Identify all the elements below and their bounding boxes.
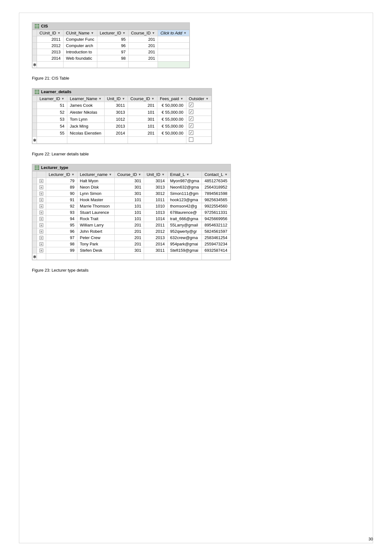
expand-button[interactable]: +: [39, 179, 43, 183]
expand-cell[interactable]: +: [37, 203, 46, 209]
table-row: + 79 Halt Myon 301 3014 Myon987@gma 4851…: [33, 178, 231, 184]
new-outsider[interactable]: [186, 137, 211, 144]
expand-cell[interactable]: +: [37, 241, 46, 247]
expand-cell[interactable]: +: [37, 222, 46, 228]
lecturer-name-cell: Neon Disk: [77, 184, 114, 190]
new-course-id[interactable]: [128, 137, 157, 144]
click-to-add-cell: [158, 36, 189, 43]
learner-col-learner-id[interactable]: Learner_ID ▼: [37, 96, 67, 102]
expand-button[interactable]: +: [39, 204, 43, 208]
lecturer-col-lecturer-name[interactable]: Lecturer_name ▼: [77, 172, 114, 178]
contact-l-cell: 6932587414: [202, 247, 230, 254]
expand-cell[interactable]: +: [37, 228, 46, 235]
cis-col-lecturer-id[interactable]: Lecturer_ID ▼: [97, 30, 128, 36]
cis-col-course-id[interactable]: Course_ID ▼: [128, 30, 158, 36]
new-course-id[interactable]: [128, 62, 158, 68]
expand-cell[interactable]: +: [37, 178, 46, 184]
lecturer-name-cell: Rock Trait: [77, 216, 114, 222]
outsider-checkbox-checked[interactable]: [189, 117, 193, 121]
expand-button[interactable]: +: [39, 192, 43, 196]
learner-grid-icon: [35, 90, 39, 94]
expand-cell[interactable]: +: [37, 184, 46, 190]
expand-button[interactable]: +: [39, 230, 43, 233]
cunit-id-cell: 2014: [37, 55, 63, 62]
unit-id-cell: 2014: [144, 241, 167, 247]
cis-table-section: CIS CUnit_ID ▼ CUnit_: [32, 22, 360, 81]
expand-button[interactable]: +: [39, 211, 43, 214]
cis-header-row: CUnit_ID ▼ CUnit_Name ▼: [33, 30, 190, 36]
cis-figure-caption: Figure 21: CIS Table: [32, 76, 360, 81]
learner-col-unit-id[interactable]: Unit_ID ▼: [104, 96, 128, 102]
outsider-checkbox-checked[interactable]: [189, 110, 193, 114]
expand-cell[interactable]: +: [37, 235, 46, 241]
expand-button[interactable]: +: [39, 223, 43, 227]
table-row: + 94 Rock Trait 101 1014 trait_666@gma 9…: [33, 216, 231, 222]
cis-col-click-to-add[interactable]: Click to Add ▼: [158, 30, 189, 36]
new-email-l[interactable]: [167, 254, 202, 260]
expand-button[interactable]: +: [39, 236, 43, 240]
new-course-id[interactable]: [115, 254, 144, 260]
expand-cell[interactable]: +: [37, 247, 46, 254]
expand-cell[interactable]: +: [37, 216, 46, 222]
lecturer-header-row: Lecturer_ID ▼ Lecturer_name ▼: [33, 172, 231, 178]
learner-col-fees-paid[interactable]: Fees_paid ▼: [157, 96, 186, 102]
lecturer-table-titlebar: Lecturer_type: [32, 164, 231, 171]
expand-button[interactable]: +: [39, 217, 43, 221]
course-id-cell: 301: [115, 184, 144, 190]
new-learner-name[interactable]: [67, 137, 104, 144]
new-click-to-add[interactable]: [158, 62, 189, 68]
cis-col-cunit-name[interactable]: CUnit_Name ▼: [63, 30, 97, 36]
new-cunit-id[interactable]: [37, 62, 63, 68]
expand-button[interactable]: +: [39, 185, 43, 189]
table-row: + 99 Stefen Desk 301 3011 Stefi159@gmai …: [33, 247, 231, 254]
new-lecturer-name[interactable]: [77, 254, 114, 260]
lecturer-grid: Lecturer_ID ▼ Lecturer_name ▼: [32, 171, 231, 260]
course-id-sort: ▼: [152, 31, 155, 35]
row-sel-cell: [33, 197, 37, 203]
unit-id-cell: 2012: [144, 228, 167, 235]
new-unit-id[interactable]: [104, 137, 128, 144]
new-learner-id[interactable]: [37, 137, 67, 144]
lecturer-col-email-l[interactable]: Email_L ▼: [167, 172, 202, 178]
cis-table-wrapper: CIS CUnit_ID ▼ CUnit_: [32, 22, 190, 68]
lecturer-col-contact-l[interactable]: Contact_L ▼: [202, 172, 230, 178]
lecturer-col-lecturer-id[interactable]: Lecturer_ID ▼: [46, 172, 77, 178]
new-lecturer-id[interactable]: [46, 254, 77, 260]
outsider-checkbox-checked[interactable]: [189, 123, 193, 128]
new-cunit-name[interactable]: [63, 62, 97, 68]
expand-button[interactable]: +: [39, 198, 43, 202]
contact-l-cell: 4851276345: [202, 178, 230, 184]
expand-cell[interactable]: +: [37, 190, 46, 197]
learner-col-outsider[interactable]: Outsider ▼: [186, 96, 211, 102]
lecturer-col-course-id[interactable]: Course_ID ▼: [115, 172, 144, 178]
row-sel-cell: [33, 36, 37, 43]
lecturer-name-cell: Lynn Simon: [77, 190, 114, 197]
new-row: ✱: [33, 254, 231, 260]
course-id-cell: 101: [115, 209, 144, 216]
new-fees-paid[interactable]: [157, 137, 186, 144]
expand-cell[interactable]: +: [37, 209, 46, 216]
unit-id-cell: 1013: [144, 209, 167, 216]
learner-name-cell: James Cook: [67, 102, 104, 109]
lecturer-id-cell: 90: [46, 190, 77, 197]
table-row: + 89 Neon Disk 301 3013 Neon632@gma 2564…: [33, 184, 231, 190]
learner-table-titlebar: Learner_details: [32, 88, 212, 95]
expand-button[interactable]: +: [39, 249, 43, 252]
cis-col-cunit-id[interactable]: CUnit_ID ▼: [37, 30, 63, 36]
outsider-checkbox-checked[interactable]: [189, 130, 193, 135]
contact-l-cell: 2559473234: [202, 241, 230, 247]
row-sel-cell: [33, 209, 37, 216]
expand-cell[interactable]: +: [37, 197, 46, 203]
outsider-checkbox-checked[interactable]: [189, 103, 193, 107]
table-row: 53 Tom Lynn 1012 301 € 55,000.00: [33, 116, 212, 123]
lecturer-name-cell: Marrie Thomson: [77, 203, 114, 209]
learner-col-learner-name[interactable]: Learner_Name ▼: [67, 96, 104, 102]
lecturer-col-unit-id[interactable]: Unit_ID ▼: [144, 172, 167, 178]
course-id-cell: 201: [115, 222, 144, 228]
expand-button[interactable]: +: [39, 242, 43, 246]
learner-col-course-id[interactable]: Course_ID ▼: [128, 96, 157, 102]
course-id-cell: 101: [128, 109, 157, 116]
new-contact-l[interactable]: [202, 254, 230, 260]
new-lecturer-id[interactable]: [97, 62, 128, 68]
new-unit-id[interactable]: [144, 254, 167, 260]
